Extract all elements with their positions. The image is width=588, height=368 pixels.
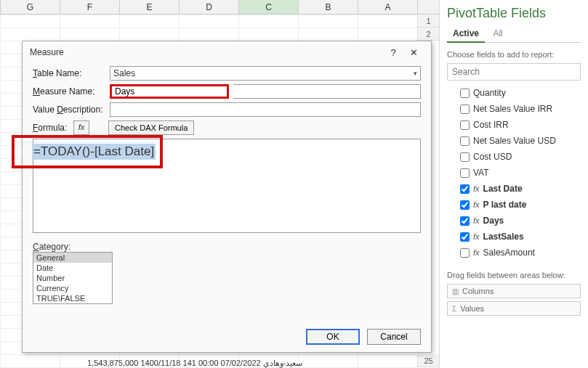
category-list[interactable]: GeneralDateNumberCurrencyTRUE\FALSE bbox=[33, 252, 113, 304]
col-header[interactable]: F bbox=[60, 0, 119, 14]
field-label: P last date bbox=[483, 200, 527, 210]
label-table-name: Table Name: bbox=[33, 68, 105, 78]
field-checkbox[interactable] bbox=[460, 89, 470, 98]
col-header[interactable]: E bbox=[119, 0, 179, 14]
field-label: Cost IRR bbox=[473, 120, 509, 130]
columns-icon: ▥ bbox=[452, 287, 459, 295]
fx-icon: fx bbox=[473, 184, 480, 193]
fx-icon: fx bbox=[473, 216, 480, 225]
field-checkbox[interactable] bbox=[460, 216, 470, 226]
value-description-input[interactable] bbox=[110, 102, 421, 117]
field-label: VAT bbox=[473, 168, 489, 178]
area-label: Columns bbox=[462, 287, 494, 295]
field-checkbox[interactable] bbox=[460, 248, 470, 258]
label-measure-name: Measure Name: bbox=[33, 86, 105, 97]
measure-name-input-ext[interactable] bbox=[233, 84, 421, 99]
col-header[interactable]: B bbox=[298, 0, 358, 14]
corner-cell[interactable] bbox=[417, 0, 439, 14]
panel-hint: Choose fields to add to report: bbox=[447, 50, 581, 59]
category-item[interactable]: Date bbox=[33, 263, 112, 273]
category-item[interactable]: Currency bbox=[33, 283, 112, 293]
tab-all[interactable]: All bbox=[487, 25, 508, 41]
category-item[interactable]: General bbox=[33, 253, 112, 263]
table-name-value: Sales bbox=[113, 68, 135, 78]
field-label: SalesAmount bbox=[483, 248, 535, 258]
dialog-titlebar[interactable]: Measure ? ✕ bbox=[23, 41, 431, 63]
chevron-down-icon: ▾ bbox=[414, 70, 417, 77]
field-label: Days bbox=[483, 216, 504, 226]
col-header[interactable]: A bbox=[358, 0, 417, 14]
label-category: Category: bbox=[33, 242, 421, 252]
search-input[interactable] bbox=[447, 63, 581, 81]
area-label: Values bbox=[460, 304, 484, 313]
field-label: Last Date bbox=[483, 184, 523, 194]
formula-textarea[interactable]: =TODAY()-[Last Date] bbox=[33, 139, 421, 233]
field-checkbox[interactable] bbox=[460, 152, 470, 162]
row-header[interactable]: 1 bbox=[417, 15, 439, 28]
category-item[interactable]: Number bbox=[33, 273, 112, 283]
field-label: Net Sales Value USD bbox=[473, 136, 556, 146]
panel-title: PivotTable Fields bbox=[447, 6, 581, 21]
drag-hint: Drag fields between areas below: bbox=[447, 271, 581, 279]
field-checkbox[interactable] bbox=[460, 168, 470, 178]
fx-icon: fx bbox=[473, 248, 480, 257]
field-row[interactable]: fxLast Date bbox=[460, 181, 581, 197]
tab-active[interactable]: Active bbox=[447, 25, 485, 43]
sigma-icon: Σ bbox=[452, 305, 456, 313]
row-header[interactable]: 25 bbox=[417, 354, 439, 367]
field-checkbox[interactable] bbox=[460, 136, 470, 146]
field-row[interactable]: Cost USD bbox=[460, 149, 581, 165]
ok-button[interactable]: OK bbox=[306, 329, 360, 345]
label-formula: Formula: bbox=[33, 123, 69, 133]
label-value-desc: Value Description: bbox=[33, 105, 105, 115]
field-list: QuantityNet Sales Value IRRCost IRRNet S… bbox=[460, 85, 581, 261]
col-header[interactable]: G bbox=[0, 0, 60, 14]
col-header[interactable]: C bbox=[238, 0, 298, 14]
field-row[interactable]: Net Sales Value USD bbox=[460, 133, 581, 149]
field-row[interactable]: Quantity bbox=[460, 85, 581, 101]
cancel-button[interactable]: Cancel bbox=[367, 329, 421, 345]
column-headers: G F E D C B A bbox=[0, 0, 439, 15]
pivottable-fields-panel: PivotTable Fields Active All Choose fiel… bbox=[439, 0, 588, 368]
fx-icon: fx bbox=[473, 232, 480, 241]
field-row[interactable]: VAT bbox=[460, 165, 581, 181]
field-checkbox[interactable] bbox=[460, 232, 470, 242]
field-row[interactable]: Net Sales Value IRR bbox=[460, 101, 581, 117]
measure-name-input[interactable] bbox=[110, 84, 229, 99]
field-row[interactable]: fxLastSales bbox=[460, 229, 581, 245]
fx-icon: fx bbox=[473, 200, 480, 209]
visible-data-row: سعيد-وهادي 07/02/2022 00:00 141 1400/11/… bbox=[87, 359, 417, 368]
field-label: LastSales bbox=[483, 232, 524, 242]
field-row[interactable]: fxSalesAmount bbox=[460, 245, 581, 261]
formula-text: =TODAY()-[Last Date] bbox=[32, 144, 156, 160]
area-values[interactable]: Σ Values bbox=[447, 301, 581, 316]
row-header[interactable]: 2 bbox=[417, 28, 439, 41]
panel-tabs: Active All bbox=[447, 25, 581, 43]
field-checkbox[interactable] bbox=[460, 184, 470, 194]
field-checkbox[interactable] bbox=[460, 105, 470, 114]
field-label: Net Sales Value IRR bbox=[473, 104, 552, 114]
field-checkbox[interactable] bbox=[460, 120, 470, 130]
field-checkbox[interactable] bbox=[460, 200, 470, 210]
dialog-title: Measure bbox=[30, 47, 383, 57]
table-name-select[interactable]: Sales ▾ bbox=[110, 66, 421, 81]
col-header[interactable]: D bbox=[179, 0, 238, 14]
area-columns[interactable]: ▥ Columns bbox=[447, 284, 581, 298]
measure-dialog: Measure ? ✕ Table Name: Sales ▾ Measure … bbox=[22, 41, 432, 353]
category-item[interactable]: TRUE\FALSE bbox=[33, 293, 112, 303]
close-button[interactable]: ✕ bbox=[403, 47, 424, 58]
field-label: Cost USD bbox=[473, 152, 512, 162]
field-label: Quantity bbox=[473, 88, 506, 98]
field-row[interactable]: fxDays bbox=[460, 213, 581, 229]
formula-highlight-box: =TODAY()-[Last Date] bbox=[12, 135, 163, 168]
field-row[interactable]: fxP last date bbox=[460, 197, 581, 213]
field-row[interactable]: Cost IRR bbox=[460, 117, 581, 133]
fx-button[interactable]: fx bbox=[73, 120, 89, 135]
check-dax-button[interactable]: Check DAX Formula bbox=[108, 120, 194, 135]
help-button[interactable]: ? bbox=[383, 47, 403, 58]
